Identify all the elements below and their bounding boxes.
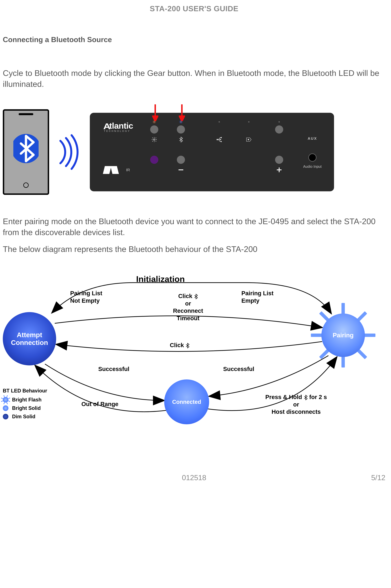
ir-label: IR xyxy=(126,168,130,172)
label-pairing-list-empty: Pairing List Empty xyxy=(241,290,274,304)
intro-paragraph-3: The below diagram represents the Bluetoo… xyxy=(3,244,385,255)
plus-button xyxy=(275,156,283,164)
led-usb xyxy=(218,121,220,123)
node-pairing-label: Pairing xyxy=(333,332,354,339)
device-illustration: AAtlantictlantic TECHNOLOGY IR xyxy=(3,109,385,195)
led-bt xyxy=(180,121,182,123)
phone-graphic xyxy=(3,109,49,195)
legend-bright-solid-label: Bright Solid xyxy=(12,405,41,411)
ir-block: IR xyxy=(104,166,130,174)
led-gear xyxy=(154,121,155,123)
node-connected-label: Connected xyxy=(172,399,201,405)
panel-col-gear xyxy=(150,121,158,164)
bt-glyph-icon xyxy=(304,395,308,400)
red-arrow-bt xyxy=(179,104,185,122)
panel-col-bt xyxy=(177,121,185,173)
bt-led-legend: BT LED Behaviour Bright Flash Bright Sol… xyxy=(3,388,47,422)
red-arrow-gear xyxy=(152,104,158,122)
legend-title: BT LED Behaviour xyxy=(3,388,47,394)
svg-rect-3 xyxy=(221,137,222,138)
minus-icon xyxy=(179,169,183,170)
intro-paragraph-2: Enter pairing mode on the Bluetooth devi… xyxy=(3,216,385,238)
label-successful-left: Successful xyxy=(98,366,129,373)
node-attempt-connection: Attempt Connection xyxy=(3,312,56,366)
bt-glyph-icon xyxy=(186,343,190,348)
label-successful-right: Successful xyxy=(223,366,254,373)
panel-logo: AAtlantictlantic TECHNOLOGY xyxy=(104,121,133,133)
device-front-panel: AAtlantictlantic TECHNOLOGY IR xyxy=(90,113,334,191)
bt-glyph-icon xyxy=(194,294,198,299)
label-initialization: Initialization xyxy=(136,274,185,284)
svg-point-1 xyxy=(154,139,155,140)
panel-col-input: AUX Audio Input xyxy=(303,121,322,169)
panel-col-usb xyxy=(216,121,222,143)
gear-icon xyxy=(151,136,157,143)
minus-button xyxy=(177,156,185,164)
bluetooth-icon xyxy=(13,131,39,166)
purple-button xyxy=(150,156,158,164)
phone-screen xyxy=(7,118,44,179)
node-attempt-label: Attempt Connection xyxy=(11,331,48,347)
svg-point-5 xyxy=(248,139,249,140)
footer-page-number: 5/12 xyxy=(371,473,385,482)
intro-paragraph-1: Cycle to Bluetooth mode by clicking the … xyxy=(3,68,385,90)
label-click-bt: Click xyxy=(170,342,190,349)
section-heading: Connecting a Bluetooth Source xyxy=(3,35,385,44)
legend-bright-flash-label: Bright Flash xyxy=(12,397,42,403)
optical-icon xyxy=(246,136,252,143)
usb-icon xyxy=(216,136,222,143)
svg-point-4 xyxy=(221,141,222,142)
aux-label: AUX xyxy=(308,136,317,141)
legend-dim-solid-label: Dim Solid xyxy=(12,414,35,420)
plus-icon xyxy=(277,167,282,172)
node-connected: Connected xyxy=(164,379,209,424)
audio-input-jack xyxy=(308,153,316,162)
label-pairing-list-not-empty: Pairing List Not Empty xyxy=(70,290,102,304)
panel-col-optical xyxy=(246,121,252,143)
bt-state-diagram: Attempt Connection Connected Pairing Ini… xyxy=(3,271,388,437)
audio-input-label: Audio Input xyxy=(303,164,322,169)
ir-window-icon xyxy=(104,166,118,174)
led-optical xyxy=(248,121,250,123)
node-pairing: Pairing xyxy=(321,313,365,357)
footer-doc-number: 012518 xyxy=(182,473,206,482)
bt-button xyxy=(177,125,185,134)
page-footer: 012518 5/12 xyxy=(3,473,385,485)
bluetooth-small-icon xyxy=(179,136,183,143)
legend-dim-solid-icon xyxy=(3,414,8,419)
page-header-title: STA-200 USER'S GUIDE xyxy=(3,4,385,13)
panel-col-aux xyxy=(275,121,283,173)
legend-bright-solid-icon xyxy=(3,405,8,411)
phone-home-button xyxy=(23,182,29,188)
led-aux xyxy=(279,121,280,123)
label-press-hold: Press & Hold for 2 s or Host disconnects xyxy=(247,393,345,416)
label-out-of-range: Out of Range xyxy=(81,400,118,408)
label-click-or-reconnect: Click or Reconnect Timeout xyxy=(163,293,213,322)
radio-waves-icon xyxy=(58,134,81,170)
legend-bright-flash-icon xyxy=(3,397,8,403)
gear-button xyxy=(150,125,158,134)
phone-speaker xyxy=(19,113,33,115)
aux-top-button xyxy=(275,125,283,134)
